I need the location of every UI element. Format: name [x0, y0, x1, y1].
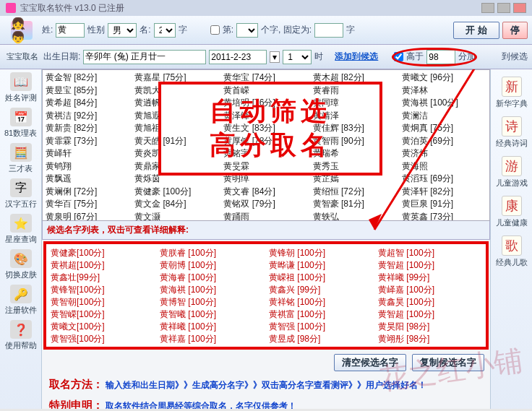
name-item[interactable]: 黄祺洁 [92分]: [46, 110, 130, 123]
candidate-item[interactable]: 黄翊彤 [98分]: [378, 333, 481, 345]
name-item[interactable]: 黄海祺 [100分]: [402, 97, 486, 110]
candidate-item[interactable]: 黄超智 [100分]: [378, 247, 481, 259]
candidate-item[interactable]: 黄昱成 [98分]: [269, 333, 372, 345]
candidate-item[interactable]: 黄昊阳 [98分]: [378, 321, 481, 333]
name-item[interactable]: 黄海照: [402, 160, 486, 173]
candidate-item[interactable]: 黄鑫兴 [99分]: [269, 284, 372, 296]
birthdate-lunar-input[interactable]: [83, 50, 206, 64]
name-item[interactable]: 黄泊英 [69分]: [402, 135, 486, 148]
name-item[interactable]: 黄健豪 [100分]: [134, 186, 219, 199]
sidebar-item[interactable]: 🎨切换皮肤: [0, 248, 41, 282]
candidate-item[interactable]: 黄祺富 [100分]: [269, 308, 372, 321]
add-to-candidate-link[interactable]: 添加到候选: [335, 51, 378, 63]
candidate-names-list[interactable]: 黄健豪[100分]黄朕睿 [100分]黄锋朝 [100分]黄超智 [100分]黄…: [43, 241, 489, 350]
candidate-item[interactable]: 黄鑫壮[99分]: [51, 272, 154, 284]
birthdate-input[interactable]: [209, 50, 267, 64]
candidate-item[interactable]: 黄博智 [100分]: [160, 296, 263, 308]
candidate-item[interactable]: 黄智超 [100分]: [378, 308, 481, 321]
name-item[interactable]: 黄旻霖: [223, 160, 308, 173]
sidebar-item[interactable]: 🔑注册软件: [0, 283, 41, 317]
hour-select[interactable]: 1: [283, 50, 312, 64]
name-item[interactable]: 黄铭宇: [223, 147, 308, 160]
gender-select[interactable]: 男: [108, 23, 137, 38]
name-item[interactable]: 黄嘉星 [75分]: [134, 72, 219, 85]
name-item[interactable]: 黄斓俐 [72分]: [46, 186, 130, 199]
candidate-item[interactable]: 黄晔谦 [100分]: [269, 259, 372, 272]
name-item[interactable]: 黄首嵘: [223, 85, 308, 98]
name-item[interactable]: 黄厚健 [78分]: [223, 135, 308, 148]
candidate-item[interactable]: 黄嵘祖 [100分]: [269, 272, 372, 284]
name-item[interactable]: 黄智豪 [81分]: [313, 198, 398, 211]
name-item[interactable]: 黄同璋: [313, 97, 398, 110]
candidate-item[interactable]: 黄智超 [100分]: [378, 259, 481, 272]
copy-candidate-button[interactable]: 复制候选名字: [412, 354, 484, 371]
name-item[interactable]: 黄凯大: [134, 85, 219, 98]
candidate-item[interactable]: 黄锋智[100分]: [51, 284, 154, 296]
name-item[interactable]: 黄新贵 [82分]: [46, 122, 130, 135]
sidebar-item[interactable]: 📅81数理表: [0, 106, 41, 140]
name-item[interactable]: 黄烁茵: [134, 173, 219, 186]
candidate-item[interactable]: 黄曦文[100分]: [51, 321, 154, 333]
name-item[interactable]: 黄旭祖: [134, 122, 219, 135]
calendar-icon[interactable]: ▾: [270, 51, 280, 63]
name-item[interactable]: 黄鼎家: [134, 160, 219, 173]
generated-names-list[interactable]: 黄金智 [82分]黄嘉星 [75分]黄华宝 [74分]黄木超 [82分]黄曦文 …: [42, 69, 490, 221]
score-filter-checkbox[interactable]: [394, 52, 403, 61]
candidate-item[interactable]: 黄鑫昊 [100分]: [378, 296, 481, 308]
candidate-item[interactable]: 黄祥铭 [100分]: [269, 296, 372, 308]
name-item[interactable]: 黄巨泉 [91分]: [402, 198, 486, 211]
candidate-item[interactable]: 黄祥曦 [99分]: [378, 272, 481, 284]
name-item[interactable]: 黄霏霖 [73分]: [46, 135, 130, 148]
name-item[interactable]: 黄曦文 [96分]: [402, 72, 486, 85]
fix-char-input[interactable]: [314, 23, 343, 38]
sidebar-item[interactable]: ❓使用帮助: [0, 319, 41, 352]
name-item[interactable]: 黄绍恒 [72分]: [313, 186, 398, 199]
sidebar-item[interactable]: 🧮三才表: [0, 142, 41, 176]
candidate-item[interactable]: 黄智曦 [100分]: [160, 308, 263, 321]
candidate-item[interactable]: 黄智嵘[100分]: [51, 308, 154, 321]
rsidebar-item[interactable]: 诗经典诗词: [496, 113, 528, 152]
candidate-item[interactable]: 黄健豪[100分]: [51, 247, 154, 259]
name-item[interactable]: 黄泽林: [402, 85, 486, 98]
name-item[interactable]: 黄培明 [76分]: [223, 97, 308, 110]
name-item[interactable]: 黄华百 [75分]: [46, 198, 130, 211]
name-item[interactable]: 黄飘遥: [46, 173, 130, 186]
name-item[interactable]: 黄轶弘: [313, 211, 398, 222]
clear-candidate-button[interactable]: 清空候选名字: [334, 354, 406, 371]
name-item[interactable]: 黄明绰: [223, 173, 308, 186]
name-item[interactable]: 黄铭双 [79分]: [223, 198, 308, 211]
name-item[interactable]: 黄泽锋: [223, 110, 308, 123]
sidebar-item[interactable]: 字汉字五行: [0, 177, 41, 211]
count-select[interactable]: 2: [154, 23, 176, 38]
name-item[interactable]: 黄旭遐: [134, 110, 219, 123]
name-item[interactable]: 黄金智 [82分]: [46, 72, 130, 85]
name-item[interactable]: 黄泽轩 [82分]: [402, 186, 486, 199]
name-item[interactable]: 黄生文 [83分]: [223, 122, 308, 135]
name-item[interactable]: 黄踊雨: [223, 211, 308, 222]
name-item[interactable]: 黄炯真 [75分]: [402, 122, 486, 135]
candidate-item[interactable]: 黄智强[100分]: [51, 333, 154, 345]
rsidebar-item[interactable]: 新新华字典: [496, 74, 528, 112]
name-item[interactable]: 黄文灏: [134, 211, 219, 222]
candidate-item[interactable]: 黄峄嘉 [100分]: [378, 284, 481, 296]
min-button[interactable]: [481, 3, 494, 13]
name-item[interactable]: 黄芷嫣: [313, 173, 398, 186]
candidate-item[interactable]: 黄锋朝 [100分]: [269, 247, 372, 259]
name-item[interactable]: 黄昱宝 [85分]: [46, 85, 130, 98]
candidate-item[interactable]: 黄祥曦 [100分]: [160, 321, 263, 333]
name-item[interactable]: 黄济炜: [402, 147, 486, 160]
rsidebar-item[interactable]: 歌经典儿歌: [496, 233, 528, 271]
name-item[interactable]: 黄靖泽: [313, 110, 398, 123]
name-item[interactable]: 黄天皓 [91分]: [134, 135, 219, 148]
score-filter-input[interactable]: [426, 50, 455, 64]
fix-pos-select[interactable]: [236, 23, 258, 38]
name-item[interactable]: 黄澜洁: [402, 110, 486, 123]
name-item[interactable]: 黄秀玉: [313, 160, 398, 173]
candidate-item[interactable]: 黄朕睿 [100分]: [160, 247, 263, 259]
name-item[interactable]: 黄木超 [82分]: [313, 72, 398, 85]
candidate-item[interactable]: 黄祺超[100分]: [51, 259, 154, 272]
max-button[interactable]: [497, 3, 510, 13]
candidate-item[interactable]: 黄智朝[100分]: [51, 296, 154, 308]
name-item[interactable]: 黄泉明 [67分]: [46, 211, 130, 222]
name-item[interactable]: 黄文睿 [84分]: [223, 186, 308, 199]
